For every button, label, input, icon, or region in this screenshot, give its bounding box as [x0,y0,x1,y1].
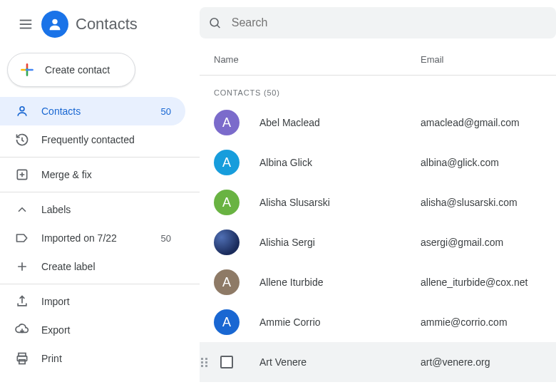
create-contact-button[interactable]: Create contact [7,53,135,87]
nav-group-merge: Merge & fix [0,160,200,192]
nav-label: Labels [41,204,171,215]
avatar: A [214,309,240,335]
nav-create-label[interactable]: Create label [0,252,185,281]
person-outline-icon [14,104,30,118]
contact-name: Albina Glick [259,157,421,168]
nav-item-print[interactable]: Print [0,344,185,373]
contacts-logo [41,11,68,38]
contact-row[interactable]: A Albina Glick albina@glick.com [200,143,556,182]
nav-count: 50 [161,233,171,244]
contact-email: amaclead@gmail.com [421,117,545,128]
nav-item-export[interactable]: Export [0,316,185,344]
upload-icon [14,294,30,309]
contact-email: alisha@slusarski.com [421,197,545,208]
header-name[interactable]: Name [214,54,421,65]
row-select-area[interactable] [214,349,240,375]
contact-name: Art Venere [259,356,421,368]
contact-name: Alishia Sergi [259,237,421,248]
nav-label: Imported on 7/22 [41,232,161,244]
merge-icon [14,167,30,182]
search-icon [208,16,222,30]
person-icon [47,16,63,32]
contact-email: allene_iturbide@cox.net [421,277,545,288]
nav-group-main: Contacts 50 Frequently contacted [0,97,200,158]
nav-labels-header[interactable]: Labels [0,195,185,224]
contact-email: asergi@gmail.com [421,237,545,248]
sidebar: Contacts Create contact Contacts 50 [0,0,200,392]
header-email[interactable]: Email [421,54,545,65]
table-header: Name Email [200,44,556,76]
contact-row[interactable]: Art Venere art@venere.org [200,342,556,382]
chevron-up-icon [14,203,30,216]
header-left: Contacts [0,6,200,46]
nav-item-frequent[interactable]: Frequently contacted [0,125,185,154]
search-wrap [200,0,556,44]
nav-label: Print [41,353,171,364]
nav-item-contacts[interactable]: Contacts 50 [0,97,185,125]
nav-label: Export [41,324,171,336]
nav-label: Contacts [41,105,161,117]
nav-group-labels: Labels Imported on 7/22 50 Create label [0,195,200,284]
svg-point-9 [210,19,218,26]
contact-row[interactable]: A Alisha Slusarski alisha@slusarski.com [200,182,556,222]
nav-item-import[interactable]: Import [0,287,185,316]
nav-label: Merge & fix [41,169,171,180]
contact-row[interactable]: A Abel Maclead amaclead@gmail.com [200,103,556,143]
contact-name: Abel Maclead [259,117,421,128]
cloud-download-icon [14,323,30,337]
create-contact-label: Create contact [45,64,110,76]
contact-name: Ammie Corrio [259,316,421,328]
contact-email: albina@glick.com [421,157,545,168]
contact-name: Alisha Slusarski [259,197,421,208]
contact-row[interactable]: Alishia Sergi asergi@gmail.com [200,222,556,262]
avatar: A [214,190,240,215]
svg-point-3 [52,19,57,24]
print-icon [14,351,30,366]
main-panel: Name Email CONTACTS (50) A Abel Maclead … [200,0,556,392]
avatar-photo [214,229,240,255]
plus-small-icon [14,259,30,274]
main-menu-button[interactable] [11,10,40,38]
search-input[interactable] [230,16,547,30]
nav-label: Create label [41,261,171,272]
avatar: A [214,150,240,175]
avatar: A [214,110,240,135]
svg-point-4 [20,107,24,111]
nav-item-merge-fix[interactable]: Merge & fix [0,160,185,189]
nav-group-io: Import Export Print [0,287,200,373]
drag-handle-icon[interactable] [201,358,208,367]
nav-label-imported[interactable]: Imported on 7/22 50 [0,224,185,252]
nav-label: Import [41,296,171,307]
label-icon [14,231,30,245]
nav-label: Frequently contacted [41,134,171,145]
avatar: A [214,269,240,295]
contact-row[interactable]: A Allene Iturbide allene_iturbide@cox.ne… [200,262,556,302]
hamburger-icon [18,16,34,32]
svg-line-10 [217,26,220,29]
contact-name: Allene Iturbide [259,277,421,288]
history-icon [14,133,30,147]
app-title: Contacts [76,15,138,33]
contacts-table: Name Email CONTACTS (50) A Abel Maclead … [200,44,556,392]
row-checkbox[interactable] [220,356,233,368]
contact-row[interactable]: A Ammie Corrio ammie@corrio.com [200,302,556,342]
nav-count: 50 [161,106,171,117]
contact-email: art@venere.org [421,356,545,368]
search-bar[interactable] [200,7,556,38]
table-section-label: CONTACTS (50) [200,76,556,103]
plus-icon [18,61,36,79]
contact-email: ammie@corrio.com [421,316,545,328]
app-root: Contacts Create contact Contacts 50 [0,0,556,392]
